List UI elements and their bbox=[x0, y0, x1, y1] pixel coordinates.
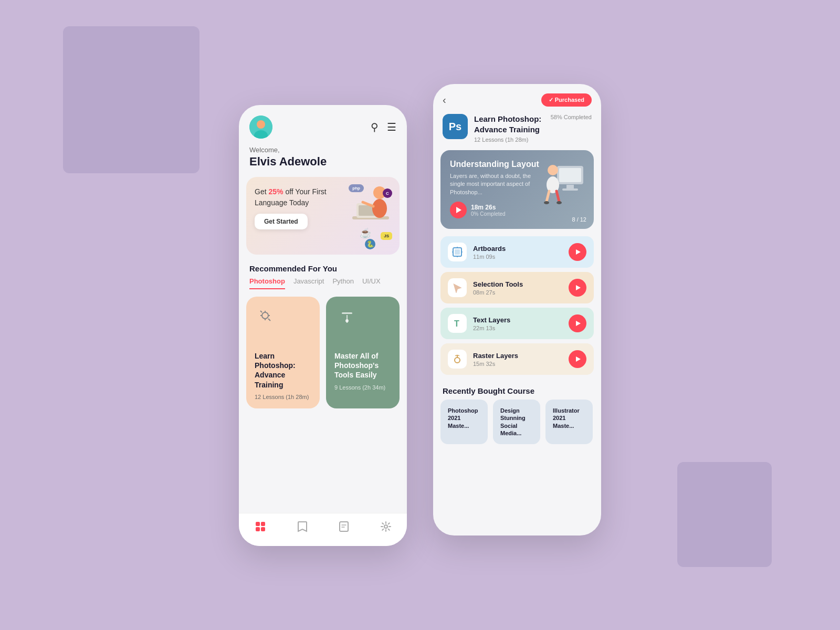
svg-point-33 bbox=[544, 201, 549, 204]
search-icon[interactable]: ⚲ bbox=[371, 121, 379, 133]
phones-container: ⚲ ☰ Welcome, Elvis Adewole Get 25% off Y… bbox=[239, 84, 601, 546]
phone-2: ‹ ✓ Purchased Ps Learn Photoshop: Advanc… bbox=[433, 84, 601, 536]
get-started-button[interactable]: Get Started bbox=[255, 214, 308, 229]
user-name: Elvis Adewole bbox=[239, 155, 407, 177]
lesson-icon-selection bbox=[448, 278, 467, 297]
svg-rect-36 bbox=[455, 249, 460, 255]
recent-card-1[interactable]: Photoshop 2021 Maste... bbox=[440, 400, 488, 444]
tab-uiux[interactable]: UI/UX bbox=[362, 277, 381, 289]
lesson-item-text-layers: T Text Layers 22m 13s bbox=[440, 308, 594, 339]
featured-illustration bbox=[541, 155, 589, 218]
recent-card-title-3: Illustrator 2021 Maste... bbox=[553, 407, 585, 429]
lesson-info-raster: Raster Layers 15m 32s bbox=[473, 352, 562, 367]
svg-line-14 bbox=[268, 319, 270, 321]
lesson-title-artboards: Artboards bbox=[473, 245, 562, 253]
php-badge: php bbox=[349, 184, 364, 192]
p1-header: ⚲ ☰ bbox=[239, 105, 407, 144]
recent-card-2[interactable]: Design Stunning Social Media... bbox=[493, 400, 540, 444]
phone-1: ⚲ ☰ Welcome, Elvis Adewole Get 25% off Y… bbox=[239, 105, 407, 546]
course-info: Ps Learn Photoshop: Advance Training 12 … bbox=[433, 114, 601, 150]
play-triangle-text-layers bbox=[576, 321, 581, 326]
lesson-duration-text-layers: 22m 13s bbox=[473, 325, 562, 331]
nav-bookmarks[interactable] bbox=[297, 521, 308, 536]
lesson-duration-selection: 08m 27s bbox=[473, 289, 562, 296]
avatar bbox=[249, 116, 272, 139]
category-tabs: Photoshop Javascript Python UI/UX bbox=[239, 277, 407, 289]
lesson-title-text-layers: Text Layers bbox=[473, 316, 562, 324]
lesson-title-selection: Selection Tools bbox=[473, 280, 562, 288]
svg-rect-27 bbox=[566, 185, 574, 189]
promo-banner: Get 25% off Your First Language Today Ge… bbox=[246, 177, 400, 255]
svg-rect-16 bbox=[342, 312, 352, 314]
svg-point-7 bbox=[372, 199, 387, 218]
lesson-icon-artboards bbox=[448, 243, 467, 261]
svg-rect-19 bbox=[256, 522, 260, 526]
lesson-item-selection: Selection Tools 08m 27s bbox=[440, 272, 594, 303]
play-triangle-selection bbox=[576, 285, 581, 290]
svg-point-42 bbox=[455, 358, 460, 363]
recent-card-3[interactable]: Illustrator 2021 Maste... bbox=[545, 400, 593, 444]
lesson-title-raster: Raster Layers bbox=[473, 352, 562, 360]
java-icon: ☕ bbox=[360, 227, 371, 239]
svg-point-18 bbox=[345, 319, 349, 322]
play-button-featured[interactable] bbox=[450, 202, 467, 218]
banner-text: Get 25% off Your First Language Today bbox=[255, 186, 328, 208]
course-title-2: Master All of Photoshop's Tools Easily bbox=[334, 351, 391, 380]
lesson-icon-raster bbox=[448, 350, 467, 369]
svg-line-32 bbox=[556, 191, 559, 202]
p2-header: ‹ ✓ Purchased bbox=[433, 84, 601, 114]
nav-files[interactable] bbox=[339, 521, 349, 536]
recent-cards: Photoshop 2021 Maste... Design Stunning … bbox=[433, 400, 601, 444]
tab-javascript[interactable]: Javascript bbox=[293, 277, 324, 289]
course-title: Learn Photoshop: Advance Training bbox=[474, 114, 544, 134]
svg-point-24 bbox=[384, 525, 387, 528]
banner-discount: 25% bbox=[268, 187, 283, 196]
course-meta: 12 Lessons (1h 28m) bbox=[474, 136, 544, 143]
course-card-2[interactable]: Master All of Photoshop's Tools Easily 9… bbox=[326, 297, 400, 408]
nav-settings[interactable] bbox=[380, 521, 392, 536]
recent-card-title-2: Design Stunning Social Media... bbox=[500, 407, 533, 437]
course-card-1[interactable]: Learn Photoshop: Advance Training 12 Les… bbox=[246, 297, 320, 408]
featured-time-info: 18m 26s 0% Completed bbox=[471, 204, 506, 217]
featured-lesson: Understanding Layout Layers are, without… bbox=[440, 150, 594, 229]
course-progress: 58% Completed bbox=[551, 114, 592, 120]
recent-card-title-1: Photoshop 2021 Maste... bbox=[448, 407, 480, 429]
svg-rect-28 bbox=[562, 188, 578, 191]
featured-description: Layers are, without a doubt, the single … bbox=[450, 172, 539, 196]
bg-decoration-2 bbox=[677, 462, 772, 567]
play-selection[interactable] bbox=[569, 279, 586, 297]
pagination: 8 / 12 bbox=[572, 216, 586, 223]
course-lessons-2: 9 Lessons (2h 34m) bbox=[334, 384, 391, 391]
svg-rect-21 bbox=[256, 527, 260, 531]
back-button[interactable]: ‹ bbox=[443, 94, 446, 106]
svg-rect-26 bbox=[559, 168, 581, 182]
lesson-item-artboards: Artboards 11m 09s bbox=[440, 236, 594, 268]
nav-home[interactable] bbox=[255, 521, 266, 536]
svg-rect-23 bbox=[340, 522, 348, 531]
tab-photoshop[interactable]: Photoshop bbox=[249, 277, 285, 289]
bg-decoration-1 bbox=[63, 26, 200, 173]
course-icon-1 bbox=[255, 305, 280, 330]
play-artboards[interactable] bbox=[569, 243, 586, 261]
course-lessons-1: 12 Lessons (1h 28m) bbox=[255, 394, 311, 400]
bottom-nav bbox=[239, 513, 407, 546]
js-badge: JS bbox=[381, 232, 392, 240]
course-icon-2 bbox=[334, 305, 360, 330]
lesson-info-selection: Selection Tools 08m 27s bbox=[473, 280, 562, 296]
lesson-duration-raster: 15m 32s bbox=[473, 361, 562, 367]
svg-line-31 bbox=[547, 191, 549, 202]
svg-rect-20 bbox=[261, 522, 265, 526]
svg-line-15 bbox=[260, 311, 262, 312]
purchased-badge: ✓ Purchased bbox=[541, 93, 592, 107]
play-raster[interactable] bbox=[569, 350, 586, 368]
menu-icon[interactable]: ☰ bbox=[387, 121, 396, 133]
lesson-info-text-layers: Text Layers 22m 13s bbox=[473, 316, 562, 331]
course-details: Learn Photoshop: Advance Training 12 Les… bbox=[474, 114, 544, 143]
featured-completed: 0% Completed bbox=[471, 211, 506, 217]
lesson-info-artboards: Artboards 11m 09s bbox=[473, 245, 562, 260]
play-text-layers[interactable] bbox=[569, 314, 586, 332]
welcome-text: Welcome, bbox=[239, 144, 407, 155]
tab-python[interactable]: Python bbox=[332, 277, 353, 289]
python-icon: 🐍 bbox=[365, 239, 375, 249]
course-cards: Learn Photoshop: Advance Training 12 Les… bbox=[239, 297, 407, 408]
